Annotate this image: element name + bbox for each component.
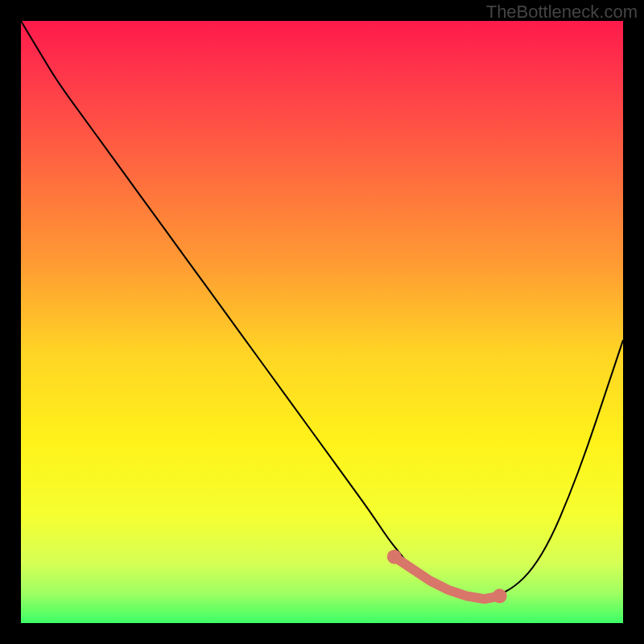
chart-svg <box>21 21 623 623</box>
chart-background <box>21 21 623 623</box>
highlight-dot <box>387 550 402 564</box>
watermark-text: TheBottleneck.com <box>486 2 638 23</box>
highlight-dot <box>493 588 507 603</box>
chart-plot-area <box>21 21 623 623</box>
